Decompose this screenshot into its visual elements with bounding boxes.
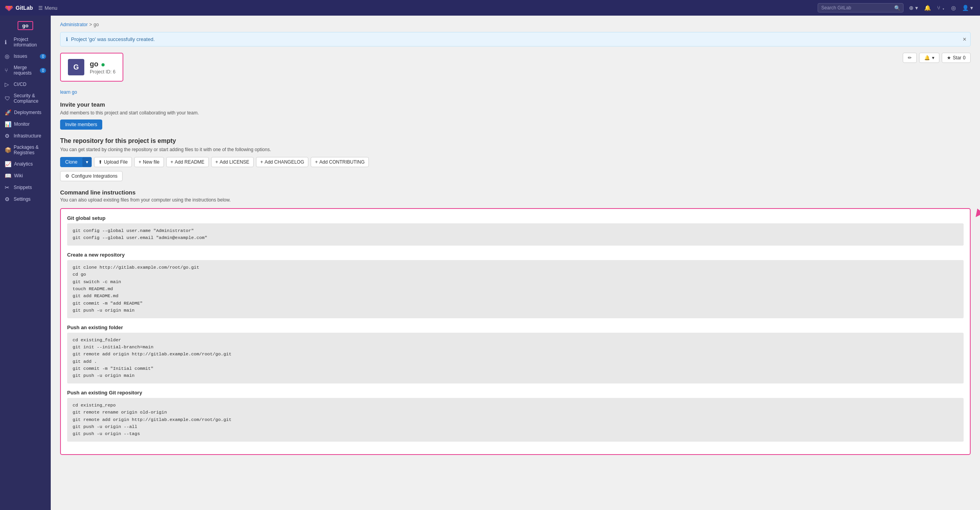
edit-button[interactable]: ✏ [903,53,917,63]
notification-button[interactable]: 🔔 ▾ [919,53,939,63]
alert-close-button[interactable]: × [963,36,966,43]
gitlab-wordmark: GitLab [16,5,33,11]
star-button[interactable]: ★ Star 0 [942,53,971,63]
sidebar-item-monitor[interactable]: 📊 Monitor [0,118,51,130]
menu-button[interactable]: ☰ Menu [36,4,60,12]
sidebar-item-wiki[interactable]: 📖 Wiki [0,170,51,182]
gear-icon: ⚙ [65,173,69,179]
contributing-icon: + [315,159,318,165]
success-alert: ℹ Project 'go' was successfully created.… [60,32,971,46]
issues-button[interactable]: ◎ [949,3,958,12]
project-header-row: G go Project ID: 6 ✏ 🔔 ▾ [60,53,971,87]
git-global-section: Git global setup git config --global use… [67,215,964,246]
snippets-icon: ✂ [5,184,11,191]
merge-requests-button[interactable]: ⑂ ▾ [935,3,947,12]
init-box: Git global setup git config --global use… [60,208,971,455]
project-id: Project ID: 6 [90,69,116,75]
topnav: GitLab ☰ Menu 🔍 ⊕ ▾ 🔔 ⑂ ▾ ◎ 👤 ▾ [0,0,980,16]
upload-file-button[interactable]: ⬆ Upload File [94,157,132,167]
push-git-section: Push an existing Git repository cd exist… [67,390,964,442]
clone-dropdown-button[interactable]: ▾ [82,157,92,167]
invite-description: Add members to this project and start co… [60,110,971,116]
main-content: Administrator > go ℹ Project 'go' was su… [51,16,980,510]
create-repo-section: Create a new repository git clone http:/… [67,252,964,318]
analytics-icon: 📈 [5,161,11,167]
repo-empty-description: You can get started by cloning the repos… [60,147,971,152]
issues-icon: ◎ [5,53,11,59]
push-folder-code: cd existing_folder git init --initial-br… [67,333,964,383]
search-input[interactable] [818,3,904,12]
breadcrumb-separator: > [89,22,92,27]
sidebar-item-merge-requests[interactable]: ⑂ Merge requests 0 [0,62,51,78]
git-global-title: Git global setup [67,215,964,221]
command-section-desc: You can also upload existing files from … [60,197,971,203]
sidebar-item-deployments[interactable]: 🚀 Deployments [0,107,51,118]
hamburger-icon: ☰ [38,5,43,11]
gitlab-logo[interactable]: GitLab [5,4,33,12]
monitor-icon: 📊 [5,121,11,127]
annotation-arrow-svg [972,193,980,220]
project-tag-button[interactable]: go [18,21,33,30]
license-icon: + [215,159,218,165]
project-card: G go Project ID: 6 [60,53,123,82]
repo-empty-title: The repository for this project is empty [60,137,971,144]
infrastructure-icon: ⚙ [5,133,11,139]
learn-link[interactable]: learn go [60,89,971,95]
init-box-wrapper: Git global setup git config --global use… [60,208,971,455]
merge-icon: ⑂ [5,67,11,73]
add-contributing-button[interactable]: + Add CONTRIBUTING [311,157,369,167]
sidebar-item-analytics[interactable]: 📈 Analytics [0,158,51,170]
bell-icon: 🔔 [924,55,930,61]
file-actions: Clone ▾ ⬆ Upload File + New file + Add R… [60,157,971,167]
info-icon: ℹ [5,39,11,45]
push-git-title: Push an existing Git repository [67,390,964,396]
project-name-button-wrapper: go [4,21,47,30]
add-readme-button[interactable]: + Add README [166,157,209,167]
alert-message: Project 'go' was successfully created. [71,36,155,42]
clone-button[interactable]: Clone [60,157,82,167]
breadcrumb-current: go [94,22,99,27]
bell-button[interactable]: 🔔 [922,3,933,12]
clone-split-button: Clone ▾ [60,157,92,167]
configure-row: ⚙ Configure Integrations [60,171,971,181]
sidebar-item-issues[interactable]: ◎ Issues 0 [0,50,51,62]
user-button[interactable]: 👤 ▾ [960,3,975,12]
add-changelog-button[interactable]: + Add CHANGELOG [256,157,308,167]
topnav-icons: ⊕ ▾ 🔔 ⑂ ▾ ◎ 👤 ▾ [907,3,975,12]
add-license-button[interactable]: + Add LICENSE [211,157,254,167]
sidebar-item-cicd[interactable]: ▷ CI/CD [0,78,51,90]
sidebar-item-project-information[interactable]: ℹ Project information [0,34,51,50]
deployments-icon: 🚀 [5,109,11,116]
upload-icon: ⬆ [98,159,102,165]
sidebar-item-settings[interactable]: ⚙ Settings [0,193,51,205]
cicd-icon: ▷ [5,81,11,87]
sidebar-item-packages[interactable]: 📦 Packages & Registries [0,142,51,158]
project-name-row: go [90,60,116,68]
alert-icon: ℹ [66,36,68,42]
invite-members-button[interactable]: Invite members [60,119,102,130]
configure-integrations-button[interactable]: ⚙ Configure Integrations [60,171,123,181]
push-folder-section: Push an existing folder cd existing_fold… [67,325,964,383]
annotation-wrapper: 初始化项目 [972,193,980,220]
notification-dropdown: 🔔 ▾ [919,53,939,63]
push-folder-title: Push an existing folder [67,325,964,330]
plus-dropdown-button[interactable]: ⊕ ▾ [907,3,920,12]
search-icon: 🔍 [894,5,900,11]
new-file-button[interactable]: + New file [134,157,164,167]
svg-line-0 [978,196,980,214]
mr-badge: 0 [40,68,46,73]
sidebar-item-infrastructure[interactable]: ⚙ Infrastructure [0,130,51,142]
breadcrumb-parent[interactable]: Administrator [60,22,88,27]
new-file-icon: + [139,159,141,165]
project-name: go [90,60,98,68]
command-section-title: Command line instructions [60,189,971,196]
sidebar: go ℹ Project information ◎ Issues 0 ⑂ Me… [0,16,51,510]
breadcrumb: Administrator > go [60,22,971,27]
sidebar-item-security[interactable]: 🛡 Security & Compliance [0,90,51,107]
chevron-down-icon: ▾ [932,55,934,61]
issues-badge: 0 [40,54,46,59]
create-repo-title: Create a new repository [67,252,964,258]
layout: go ℹ Project information ◎ Issues 0 ⑂ Me… [0,16,980,510]
sidebar-item-snippets[interactable]: ✂ Snippets [0,182,51,193]
edit-icon: ✏ [908,55,912,61]
